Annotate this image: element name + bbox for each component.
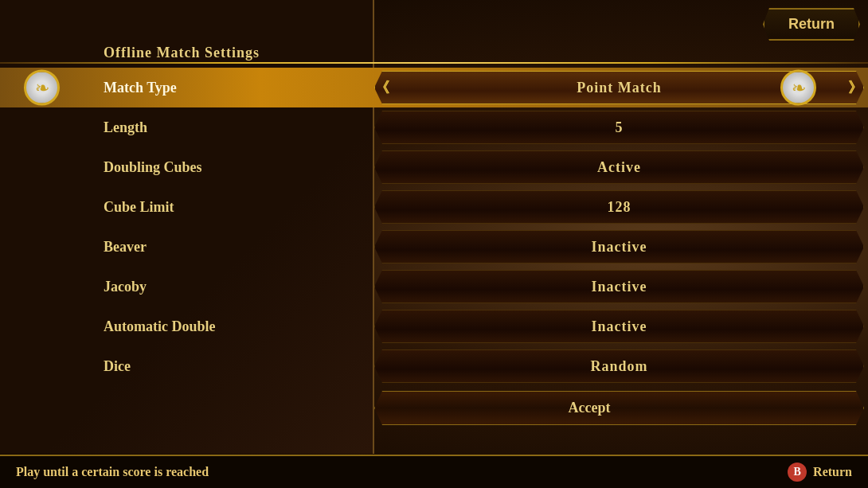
value-text-jacoby: Inactive (375, 279, 863, 295)
value-control-automatic-double[interactable]: Inactive (374, 310, 864, 343)
value-wrapper-beaver: Inactive (374, 227, 868, 267)
accept-button[interactable]: Accept (374, 391, 864, 425)
setting-row-jacoby: Jacoby Inactive (0, 267, 868, 306)
fleur-icon-right: ❧ (792, 77, 806, 98)
value-text-automatic-double: Inactive (375, 318, 863, 335)
label-doubling-cubes: Doubling Cubes (0, 159, 374, 176)
setting-row-length: Length 5 (0, 107, 868, 147)
return-button-top[interactable]: Return (763, 8, 860, 41)
value-wrapper-dice: Random (374, 346, 868, 386)
value-control-beaver[interactable]: Inactive (374, 230, 864, 264)
setting-row-automatic-double: Automatic Double Inactive (0, 306, 868, 346)
bottom-return-label: Return (813, 465, 852, 479)
avatar-left: ❧ (24, 70, 60, 106)
value-text-dice: Random (375, 358, 863, 375)
value-control-dice[interactable]: Random (374, 349, 864, 383)
setting-row-doubling-cubes: Doubling Cubes Active (0, 147, 868, 187)
value-wrapper-automatic-double: Inactive (374, 306, 868, 346)
label-dice: Dice (0, 358, 374, 375)
label-beaver: Beaver (0, 239, 374, 256)
accept-row: Accept (0, 386, 868, 430)
value-wrapper-cube-limit: 128 (374, 187, 868, 227)
value-wrapper-doubling-cubes: Active (374, 147, 868, 187)
fleur-icon-left: ❧ (35, 77, 49, 98)
value-text-beaver: Inactive (375, 239, 863, 256)
value-control-doubling-cubes[interactable]: Active (374, 150, 864, 184)
value-text-cube-limit: 128 (375, 199, 863, 216)
bottom-bar: Play until a certain score is reached B … (0, 455, 868, 488)
setting-row-cube-limit: Cube Limit 128 (0, 187, 868, 227)
b-button-icon: B (788, 463, 807, 482)
value-control-jacoby[interactable]: Inactive (374, 270, 864, 303)
value-wrapper-length: 5 (374, 107, 868, 147)
gold-divider (0, 62, 868, 64)
label-automatic-double: Automatic Double (0, 318, 374, 335)
arrow-right-match-type[interactable]: 》 (848, 78, 863, 97)
value-text-match-type: Point Match (402, 80, 836, 96)
value-text-length: 5 (375, 119, 863, 136)
setting-row-match-type: ❧ Match Type 《 Point Match 》 ❧ (0, 68, 868, 107)
avatar-right: ❧ (780, 70, 816, 106)
value-control-cube-limit[interactable]: 128 (374, 190, 864, 224)
value-text-doubling-cubes: Active (375, 159, 863, 176)
bottom-return[interactable]: B Return (788, 463, 852, 482)
value-control-length[interactable]: 5 (374, 111, 864, 144)
settings-area: ❧ Match Type 《 Point Match 》 ❧ Length 5 … (0, 68, 868, 430)
label-length: Length (0, 119, 374, 136)
setting-row-dice: Dice Random (0, 346, 868, 386)
value-wrapper-jacoby: Inactive (374, 267, 868, 306)
label-jacoby: Jacoby (0, 279, 374, 295)
arrow-left-match-type[interactable]: 《 (375, 78, 390, 97)
setting-row-beaver: Beaver Inactive (0, 227, 868, 267)
label-cube-limit: Cube Limit (0, 199, 374, 216)
page-title: Offline Match Settings (104, 45, 260, 61)
bottom-hint-text: Play until a certain score is reached (16, 465, 209, 479)
